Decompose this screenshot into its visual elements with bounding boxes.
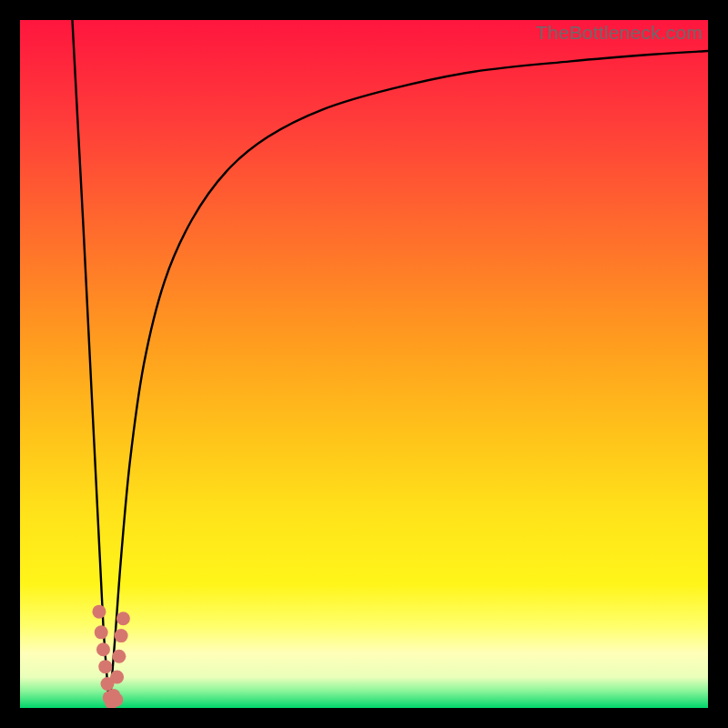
scatter-dot [98,660,112,673]
scatter-dot [110,670,124,683]
scatter-dot [96,642,110,656]
chart-svg [20,20,708,708]
watermark-label: TheBottleneck.com [536,22,703,44]
scatter-dot [92,605,106,619]
chart-frame: TheBottleneck.com [0,0,728,728]
scatter-dot [116,612,130,625]
scatter-dot [112,650,126,663]
gradient-background [20,20,708,708]
plot-area: TheBottleneck.com [20,20,708,708]
scatter-dot [115,629,128,642]
scatter-dot [95,625,108,639]
